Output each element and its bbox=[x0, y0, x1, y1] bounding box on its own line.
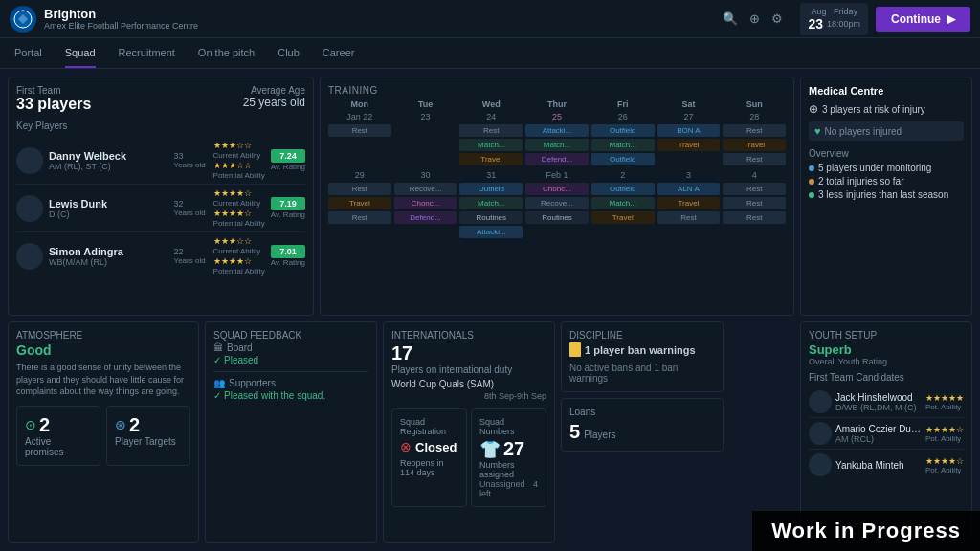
date-27: 27 bbox=[657, 112, 721, 121]
rating-badge: 7.01 bbox=[271, 245, 305, 258]
supporters-icon: 👥 bbox=[213, 378, 225, 388]
youth-candidates-title: First Team Candidates bbox=[809, 372, 964, 383]
player-pos: WB(M/AM (RL) bbox=[49, 257, 168, 267]
rating-badge: 7.19 bbox=[271, 197, 305, 210]
status-dot bbox=[809, 179, 814, 185]
date-22: Jan 22 bbox=[328, 112, 391, 121]
target-icon: ⊛ bbox=[115, 417, 126, 432]
medical-card: Medical Centre ⊕ 3 players at risk of in… bbox=[800, 77, 972, 316]
avatar bbox=[809, 422, 832, 445]
warning-text: 1 player ban warnings bbox=[585, 344, 696, 356]
intl-count: 17 bbox=[391, 342, 546, 364]
promise-icon: ⊙ bbox=[25, 417, 36, 432]
tab-portal[interactable]: Portal bbox=[14, 39, 42, 68]
youth-name: Yankuba Minteh bbox=[835, 460, 922, 471]
player-pos: D (C) bbox=[49, 209, 168, 219]
avg-age-val: 25 years old bbox=[243, 96, 305, 109]
youth-stars: ★★★★☆ bbox=[925, 425, 964, 434]
discipline-loans-col: Discipline 1 player ban warnings No acti… bbox=[561, 321, 724, 543]
date-box: Aug Friday 23 18:00pm bbox=[800, 3, 868, 35]
day-sat: Sat bbox=[657, 99, 721, 109]
rating-badge: 7.24 bbox=[271, 149, 305, 163]
search-icon[interactable]: 🔍 bbox=[723, 11, 738, 26]
youth-stars: ★★★★★ bbox=[925, 393, 964, 403]
medical-title: Medical Centre bbox=[809, 85, 964, 97]
nav-tabs: Portal Squad Recruitment On the pitch Cl… bbox=[0, 38, 980, 69]
overview-title: Overview bbox=[809, 148, 964, 159]
top-bar-right: 🔍 ⊕ ⚙ Aug Friday 23 18:00pm Continue ▶ bbox=[723, 3, 970, 35]
watermark: Work in Progress bbox=[752, 511, 980, 551]
loans-count: 5 bbox=[569, 421, 580, 443]
day-thur: Thur bbox=[525, 99, 589, 109]
discipline-detail: No active bans and 1 ban warnings bbox=[569, 363, 715, 384]
overview-item-1: 5 players under monitoring bbox=[809, 163, 964, 173]
feedback-title: Squad Feedback bbox=[213, 330, 368, 341]
mini-cards: ⊙ 2 Active promises ⊛ 2 Player Targets bbox=[16, 406, 190, 466]
date-25: 25 bbox=[525, 112, 589, 121]
date-4: 4 bbox=[723, 170, 786, 180]
player-row: Danny Welbeck AM (RL), ST (C) 33 Years o… bbox=[16, 137, 305, 185]
training-cell: Outfield Match... Outfield bbox=[591, 124, 655, 167]
squad-numbers-card: Squad Numbers 👕 27 Numbers assigned Unas… bbox=[471, 408, 546, 507]
help-icon[interactable]: ⊕ bbox=[749, 11, 760, 26]
board-status: ✓ Pleased bbox=[213, 355, 368, 365]
squad-numbers-title: Squad Numbers bbox=[479, 417, 538, 436]
tab-squad[interactable]: Squad bbox=[65, 39, 96, 68]
day-tue: Tue bbox=[394, 99, 457, 109]
training-cell: Attacki... Match... Defend... bbox=[525, 124, 589, 167]
atmosphere-card: Atmosphere Good There is a good sense of… bbox=[8, 321, 199, 543]
top-bar: Brighton Amex Elite Football Performance… bbox=[0, 0, 980, 38]
avg-age-label: Average Age bbox=[243, 85, 305, 96]
tab-recruitment[interactable]: Recruitment bbox=[119, 39, 175, 68]
atmosphere-desc: There is a good sense of unity between t… bbox=[16, 362, 190, 398]
training-cell: Rest Travel Rest bbox=[723, 124, 786, 167]
date-23: 23 bbox=[394, 112, 457, 121]
tab-on-the-pitch[interactable]: On the pitch bbox=[198, 39, 255, 68]
player-name: Danny Welbeck bbox=[49, 150, 168, 162]
player-age: 33 Years old bbox=[174, 151, 208, 169]
sq-label: Numbers assigned bbox=[479, 460, 538, 479]
training-cell: Outfield Match... Travel bbox=[591, 183, 655, 240]
heart-icon: ♥ bbox=[814, 125, 821, 137]
training-grid: Mon Tue Wed Thur Fri Sat Sun Jan 22 23 2… bbox=[328, 99, 786, 240]
avatar bbox=[16, 195, 43, 222]
closed-badge: ⊗ Closed bbox=[400, 439, 458, 454]
club-logo bbox=[10, 6, 36, 33]
squad-reg-title: Squad Registration bbox=[400, 417, 458, 436]
board-feedback: 🏛 Board ✓ Pleased bbox=[213, 342, 368, 365]
club-info: Brighton Amex Elite Football Performance… bbox=[44, 7, 723, 31]
date-month-weekday: Aug Friday bbox=[808, 7, 860, 16]
training-cell: Chonc... Recove... Routines bbox=[525, 183, 589, 240]
day-sun: Sun bbox=[723, 99, 786, 109]
tab-career[interactable]: Career bbox=[323, 39, 355, 68]
squad-reg-card: Squad Registration ⊗ Closed Reopens in 1… bbox=[391, 408, 467, 507]
date-day: 23 bbox=[808, 16, 823, 32]
date-28: 28 bbox=[723, 112, 786, 121]
squad-reg-numbers: Squad Registration ⊗ Closed Reopens in 1… bbox=[391, 408, 546, 507]
continue-button[interactable]: Continue ▶ bbox=[876, 7, 970, 32]
board-icon: 🏛 bbox=[213, 342, 223, 353]
club-name: Brighton bbox=[44, 7, 723, 21]
potential-stars: ★★★★☆ bbox=[213, 256, 265, 266]
avatar bbox=[809, 453, 832, 476]
sq-unassigned: Unassigned left 4 bbox=[479, 479, 538, 498]
closed-text: Closed bbox=[415, 440, 457, 454]
date-3: 3 bbox=[657, 170, 721, 180]
squad-number-count: 27 bbox=[503, 438, 524, 460]
no-injury-row: ♥ No players injured bbox=[809, 121, 964, 141]
date-30: 30 bbox=[394, 170, 457, 180]
youth-title: Youth Setup bbox=[809, 330, 964, 341]
alert-text: 3 players at risk of injury bbox=[822, 104, 925, 115]
tab-club[interactable]: Club bbox=[278, 39, 300, 68]
date-time: 18:00pm bbox=[827, 19, 860, 29]
injury-alert: ⊕ 3 players at risk of injury bbox=[809, 102, 964, 116]
training-cell: Recove... Chonc... Defend... bbox=[394, 183, 457, 240]
date-24: 24 bbox=[459, 112, 523, 121]
date-31: 31 bbox=[459, 170, 523, 180]
day-wed: Wed bbox=[459, 99, 523, 109]
training-title: Training bbox=[328, 85, 786, 96]
settings-icon[interactable]: ⚙ bbox=[771, 11, 783, 26]
top-icons: 🔍 ⊕ ⚙ bbox=[723, 11, 783, 26]
youth-pos: AM (RCL) bbox=[835, 434, 922, 444]
reopen-text: Reopens in 114 days bbox=[400, 458, 458, 477]
